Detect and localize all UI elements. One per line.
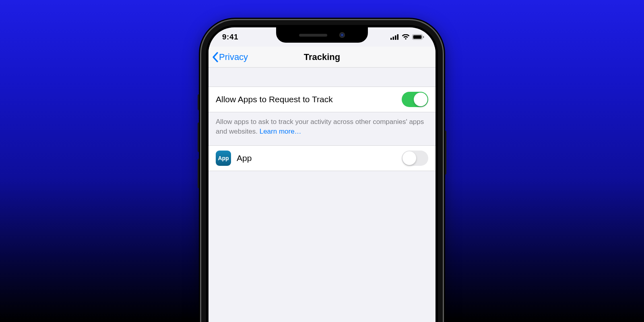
- cellular-signal-icon: [390, 34, 399, 40]
- navigation-bar: Privacy Tracking: [208, 47, 436, 68]
- back-label: Privacy: [219, 52, 248, 62]
- toggle-knob: [414, 93, 427, 106]
- screenshot-stage: 9:41: [0, 0, 644, 322]
- phone-screen: 9:41: [208, 27, 436, 322]
- iphone-frame: 9:41: [201, 20, 443, 322]
- app-label: App: [237, 153, 402, 163]
- svg-rect-1: [393, 37, 394, 40]
- volume-down-button: [198, 159, 201, 188]
- app-tracking-toggle[interactable]: [402, 151, 428, 166]
- learn-more-link[interactable]: Learn more…: [260, 128, 301, 135]
- wifi-icon: [402, 34, 410, 40]
- status-time: 9:41: [222, 33, 238, 41]
- page-title: Tracking: [304, 52, 340, 62]
- allow-tracking-row: Allow Apps to Request to Track: [208, 87, 436, 112]
- allow-tracking-footer: Allow apps to ask to track your activity…: [208, 112, 436, 146]
- app-icon: App: [216, 151, 231, 166]
- section-gap: [208, 68, 436, 87]
- svg-rect-0: [390, 38, 392, 40]
- footer-text: Allow apps to ask to track your activity…: [216, 118, 424, 135]
- silence-switch: [198, 94, 201, 110]
- power-button: [443, 130, 446, 175]
- allow-tracking-label: Allow Apps to Request to Track: [216, 95, 402, 104]
- chevron-left-icon: [212, 52, 219, 62]
- battery-icon: [412, 34, 424, 40]
- volume-up-button: [198, 122, 201, 152]
- svg-rect-5: [413, 35, 422, 39]
- allow-tracking-toggle[interactable]: [402, 92, 428, 107]
- back-button[interactable]: Privacy: [212, 52, 248, 62]
- toggle-knob: [402, 151, 416, 165]
- svg-rect-3: [397, 34, 399, 40]
- svg-rect-6: [423, 36, 424, 38]
- status-indicators: [390, 34, 424, 40]
- status-bar: 9:41: [208, 27, 436, 47]
- app-tracking-row: App App: [208, 146, 436, 171]
- svg-rect-2: [395, 35, 396, 40]
